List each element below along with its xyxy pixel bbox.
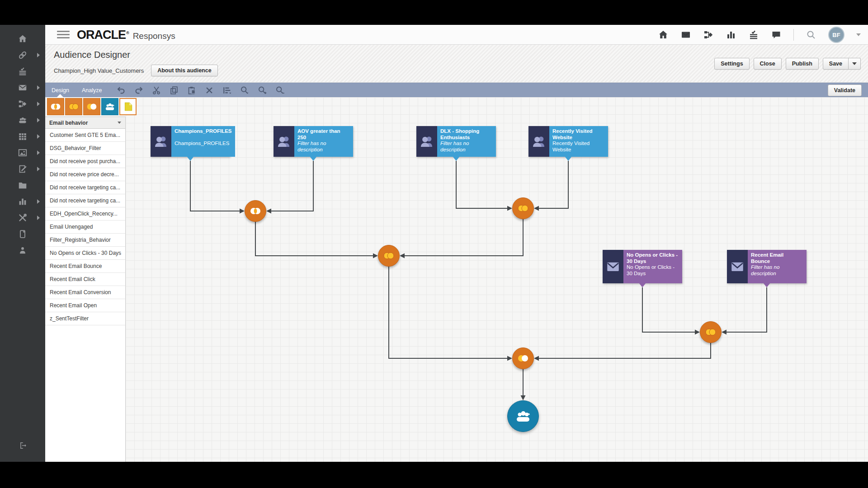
logout-icon[interactable] [0,441,45,450]
zoom-fit-tool-icon[interactable] [238,85,251,95]
filter-node[interactable]: Recent Email BounceFilter has no descrip… [727,250,807,283]
filter-list-item[interactable]: EDH_OpenClick_Recency... [45,207,125,221]
filter-list-item[interactable]: Did not receive post purcha... [45,155,125,168]
sidebar-item-mobile[interactable] [0,226,45,242]
palette-tile-venn-intersect[interactable] [47,98,64,115]
join-node-union[interactable] [378,245,400,267]
paste-tool-icon[interactable] [185,85,198,95]
join-node-exclude[interactable] [512,347,534,369]
filter-list-item[interactable]: Recent Email Bounce [45,260,125,273]
search-icon[interactable] [806,29,816,40]
oracle-wordmark: ORACLE [77,28,126,42]
audience-name: Champion_High Value_Customers [54,67,144,74]
sidebar-item-tasks[interactable] [0,63,45,80]
sidebar-item-home[interactable] [0,31,45,47]
connector-arrowhead [695,330,700,335]
filter-list-item[interactable]: Customer Sent GTE 5 Ema... [45,129,125,142]
close-button[interactable]: Close [754,58,782,70]
filter-node[interactable]: Champions_PROFILESChampions_PROFILES [151,126,230,157]
profiles-icon [531,134,547,149]
filter-list-item[interactable]: Did not receive targeting ca... [45,181,125,194]
about-this-audience-button[interactable]: About this audience [151,65,217,76]
audience-output-node[interactable] [507,400,539,432]
program-icon[interactable] [703,29,714,40]
connector-arrowhead [534,356,539,361]
audience-canvas[interactable]: Champions_PROFILESChampions_PROFILESAOV … [126,97,868,462]
header-icon-strip: BF [658,25,861,45]
chevron-down-icon [118,122,121,124]
tasks-icon[interactable] [748,29,759,40]
home-icon[interactable] [658,29,669,40]
filter-list-item[interactable]: Recent Email Open [45,299,125,312]
tasks-icon [18,66,28,76]
filter-list-item[interactable]: Filter_Registria_Behavior [45,234,125,247]
expand-arrow-icon [37,85,40,90]
sidebar-item-tools[interactable] [0,210,45,226]
responsys-app: ORACLE ® Responsys BF Audience Designer … [0,25,868,462]
filter-node[interactable]: DLX - Shopping EnthusiastsFilter has no … [416,126,496,157]
save-button[interactable]: Save [823,58,849,70]
filter-node[interactable]: Recently Visited WebsiteRecently Visited… [528,126,608,157]
filter-node[interactable]: AOV greater than 250Filter has no descri… [274,126,353,157]
palette-tile-venn-union[interactable] [65,98,82,115]
palette-tile-note[interactable] [119,98,137,115]
join-node-union[interactable] [700,321,722,343]
sidebar-item-link[interactable] [0,47,45,63]
avatar-caret-down-icon[interactable] [856,33,861,36]
validate-button[interactable]: Validate [828,84,862,96]
delete-tool-icon[interactable] [203,85,216,95]
filter-list-item[interactable]: z_SentTestFilter [45,312,125,325]
settings-button[interactable]: Settings [714,58,749,70]
node-palette [47,98,137,115]
filter-node-icon-box [528,126,549,157]
copy-tool-icon[interactable] [167,85,181,95]
expand-arrow-icon [37,199,40,204]
zoom-in-tool-icon[interactable] [255,85,269,95]
sidebar-item-mail[interactable] [0,80,45,96]
sidebar-item-grid[interactable] [0,128,45,145]
toolbar-tab-design[interactable]: Design [45,83,75,97]
sidebar-item-chart[interactable] [0,193,45,210]
publish-button[interactable]: Publish [786,58,819,70]
filter-node-title: Recent Email Bounce [751,252,803,264]
filter-node-icon-box [603,250,623,283]
save-dropdown-caret[interactable] [849,58,861,70]
filter-list-item[interactable]: Did not receive price decre... [45,168,125,181]
filter-list-item[interactable]: Recent Email Conversion [45,286,125,299]
cut-tool-icon[interactable] [150,85,163,95]
redo-tool-icon[interactable] [132,85,146,95]
filter-list-item[interactable]: Did not receive targeting ca... [45,194,125,207]
people-icon [18,115,28,125]
join-node-union[interactable] [512,197,534,219]
hamburger-menu-icon[interactable] [57,31,70,40]
filter-node[interactable]: No Opens or Clicks - 30 DaysNo Opens or … [603,250,682,283]
sidebar-item-image[interactable] [0,145,45,161]
sidebar-item-person[interactable] [0,242,45,258]
palette-tile-venn-exclude[interactable] [83,98,100,115]
filter-list-item[interactable]: Recent Email Click [45,273,125,286]
filter-list-item[interactable]: Email Unengaged [45,221,125,234]
undo-tool-icon[interactable] [114,85,128,95]
connector-arrowhead [240,209,245,214]
filter-category-dropdown[interactable]: Email behavior [45,117,125,129]
avatar[interactable]: BF [828,27,844,43]
filter-node-title: No Opens or Clicks - 30 Days [627,252,679,264]
arrange-tool-icon[interactable] [220,85,234,95]
sidebar-item-folder[interactable] [0,177,45,193]
palette-tile-people[interactable] [101,98,118,115]
sidebar-item-people[interactable] [0,112,45,128]
chart-icon[interactable] [726,29,736,40]
join-node-intersect[interactable] [245,200,266,222]
sidebar-item-program[interactable] [0,96,45,112]
zoom-out-tool-icon[interactable] [273,85,287,95]
mail-icon[interactable] [680,29,691,40]
grid-icon [18,131,28,141]
toolbar-tab-analyze[interactable]: Analyze [75,83,108,97]
chat-icon[interactable] [771,29,782,40]
expand-arrow-icon [37,102,40,106]
filter-list-item[interactable]: No Opens or Clicks - 30 Days [45,247,125,260]
connector-line [539,343,711,358]
filter-list-item[interactable]: DSG_Behavior_Filter [45,142,125,155]
sidebar-item-form[interactable] [0,161,45,177]
connector-line [726,287,767,332]
